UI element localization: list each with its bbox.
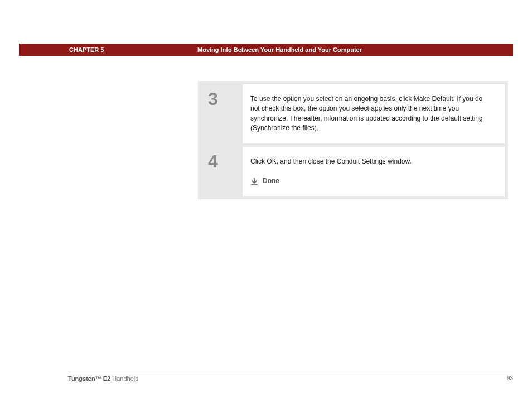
footer-product-rest: Handheld xyxy=(110,375,138,382)
step-number: 4 xyxy=(201,147,243,197)
steps-container: 3 To use the option you select on an ong… xyxy=(198,81,508,199)
step-body: Click OK, and then close the Conduit Set… xyxy=(243,147,505,197)
page-number: 93 xyxy=(507,375,513,382)
footer-product-bold: Tungsten™ E2 xyxy=(68,375,110,382)
download-done-icon xyxy=(250,178,258,185)
footer-product: Tungsten™ E2 Handheld xyxy=(68,375,138,382)
step-text: Click OK, and then close the Conduit Set… xyxy=(250,157,412,165)
footer-rule xyxy=(68,371,513,371)
done-row: Done xyxy=(250,176,494,186)
step-body: To use the option you select on an ongoi… xyxy=(243,84,505,143)
chapter-header-bar: CHAPTER 5 Moving Info Between Your Handh… xyxy=(19,44,513,56)
step-row: 4 Click OK, and then close the Conduit S… xyxy=(201,147,505,197)
chapter-label: CHAPTER 5 xyxy=(69,46,197,53)
page-footer: Tungsten™ E2 Handheld 93 xyxy=(68,375,513,382)
done-label: Done xyxy=(263,176,279,186)
step-row: 3 To use the option you select on an ong… xyxy=(201,84,505,143)
step-text: To use the option you select on an ongoi… xyxy=(250,95,483,132)
chapter-title: Moving Info Between Your Handheld and Yo… xyxy=(197,46,362,53)
step-number: 3 xyxy=(201,84,243,143)
